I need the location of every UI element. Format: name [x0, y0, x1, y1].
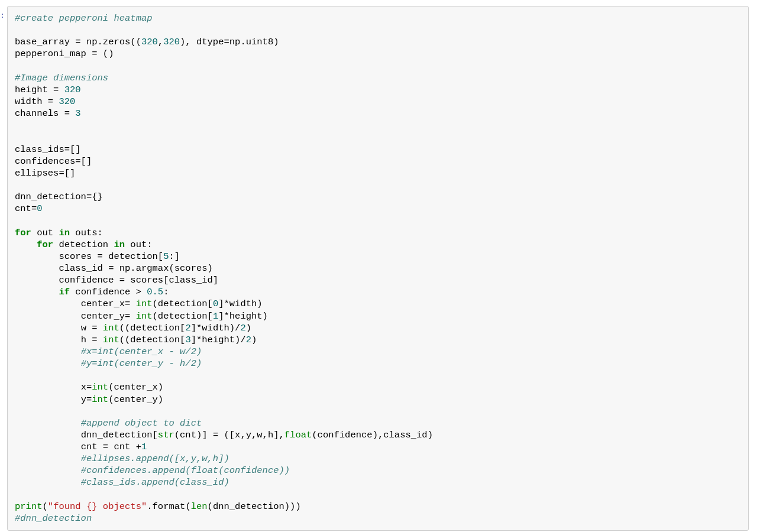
- code-text: (detection[: [153, 311, 213, 322]
- code-text: detection: [53, 239, 114, 250]
- code-text: channels =: [15, 108, 75, 119]
- code-text: w =: [81, 323, 103, 333]
- code-text: ]*height): [218, 311, 268, 322]
- code-text: ]*width)/: [191, 323, 241, 333]
- keyword: in: [114, 239, 125, 250]
- code-text: center_x=: [81, 299, 136, 309]
- code-text: dnn_detection[: [81, 430, 158, 440]
- code-text: ): [251, 335, 257, 345]
- builtin: str: [158, 430, 174, 440]
- keyword: if: [59, 287, 70, 297]
- builtin: int: [103, 335, 119, 345]
- code-text: ((detection[: [119, 323, 186, 333]
- code-text: (detection[: [153, 299, 213, 309]
- code-text: out:: [125, 239, 153, 250]
- comment: #x=int(center_x - w/2): [81, 346, 202, 357]
- code-text: confidence >: [70, 287, 147, 297]
- code-text: (: [43, 501, 48, 512]
- code-text: ,: [158, 37, 163, 47]
- number: 1: [213, 311, 218, 322]
- input-prompt: :: [0, 6, 4, 20]
- builtin: int: [92, 382, 108, 392]
- code-text: class_id = np.argmax(scores): [59, 263, 212, 274]
- string: "found {} objects": [48, 501, 147, 512]
- number: 0: [213, 299, 218, 309]
- number: 2: [246, 335, 251, 345]
- code-text: dnn_detection={}: [15, 192, 103, 202]
- code-text: ellipses=[]: [15, 168, 75, 179]
- code-text: pepperoni_map = (): [15, 48, 114, 59]
- code-text: class_ids=[]: [15, 144, 81, 155]
- code-text: ]*height)/: [191, 335, 246, 345]
- code-text: center_y=: [81, 311, 136, 322]
- number: 3: [185, 335, 190, 345]
- code-text: cnt=: [15, 203, 37, 214]
- code-text: base_array = np.zeros((: [15, 37, 141, 47]
- code-text: :: [163, 287, 169, 297]
- code-text: height =: [15, 85, 64, 95]
- keyword: for: [37, 239, 53, 250]
- comment: #dnn_detection: [15, 513, 92, 524]
- code-input-area[interactable]: #create pepperoni heatmap base_array = n…: [7, 6, 749, 531]
- keyword: for: [15, 228, 31, 238]
- code-text: ]*width): [218, 299, 262, 309]
- code-text: (dnn_detection))): [208, 501, 301, 512]
- code-text: confidence = scores[class_id]: [59, 275, 218, 286]
- code-text: ), dtype=np.uint8): [180, 37, 279, 47]
- number: 0.5: [147, 287, 163, 297]
- builtin: print: [15, 501, 43, 512]
- code-cell: : #create pepperoni heatmap base_array =…: [0, 6, 749, 531]
- code-text: scores = detection[: [59, 251, 163, 262]
- builtin: int: [103, 323, 119, 333]
- comment: #y=int(center_y - h/2): [81, 358, 202, 369]
- code-text: :]: [169, 251, 180, 262]
- code-text: (cnt)] = ([x,y,w,h],: [174, 430, 284, 440]
- comment: #ellipses.append([x,y,w,h]): [81, 453, 229, 464]
- keyword: in: [59, 228, 70, 238]
- builtin: int: [136, 299, 153, 309]
- code-text: h =: [81, 335, 103, 345]
- builtin: len: [191, 501, 208, 512]
- number: 2: [240, 323, 245, 333]
- code-text: width =: [15, 96, 59, 107]
- number: 3: [75, 108, 80, 119]
- comment: #append object to dict: [81, 418, 202, 429]
- builtin: float: [284, 430, 312, 440]
- comment: #create pepperoni heatmap: [15, 13, 153, 24]
- code-text: out: [31, 228, 59, 238]
- comment: #Image dimensions: [15, 73, 108, 83]
- code-text: ((detection[: [119, 335, 186, 345]
- code-text: (center_x): [108, 382, 163, 392]
- code-text: y=: [81, 394, 92, 405]
- builtin: int: [136, 311, 153, 322]
- prompt-colon: :: [0, 11, 4, 20]
- code-content[interactable]: #create pepperoni heatmap base_array = n…: [15, 12, 741, 524]
- number: 0: [37, 203, 42, 214]
- number: 320: [64, 85, 81, 95]
- number: 320: [59, 96, 75, 107]
- code-text: cnt = cnt +: [81, 442, 141, 452]
- number: 1: [141, 442, 147, 452]
- code-text: (confidence),class_id): [312, 430, 433, 440]
- code-text: ): [246, 323, 251, 333]
- comment: #confidences.append(float(confidence)): [81, 465, 290, 476]
- comment: #class_ids.append(class_id): [81, 477, 229, 488]
- number: 320: [141, 37, 158, 47]
- code-text: x=: [81, 382, 92, 392]
- builtin: int: [92, 394, 108, 405]
- number: 320: [163, 37, 180, 47]
- code-text: (center_y): [108, 394, 163, 405]
- notebook-cell-container: : #create pepperoni heatmap base_array =…: [0, 0, 757, 532]
- code-text: outs:: [70, 228, 103, 238]
- code-text: .format(: [147, 501, 190, 512]
- number: 2: [185, 323, 190, 333]
- code-text: confidences=[]: [15, 156, 92, 167]
